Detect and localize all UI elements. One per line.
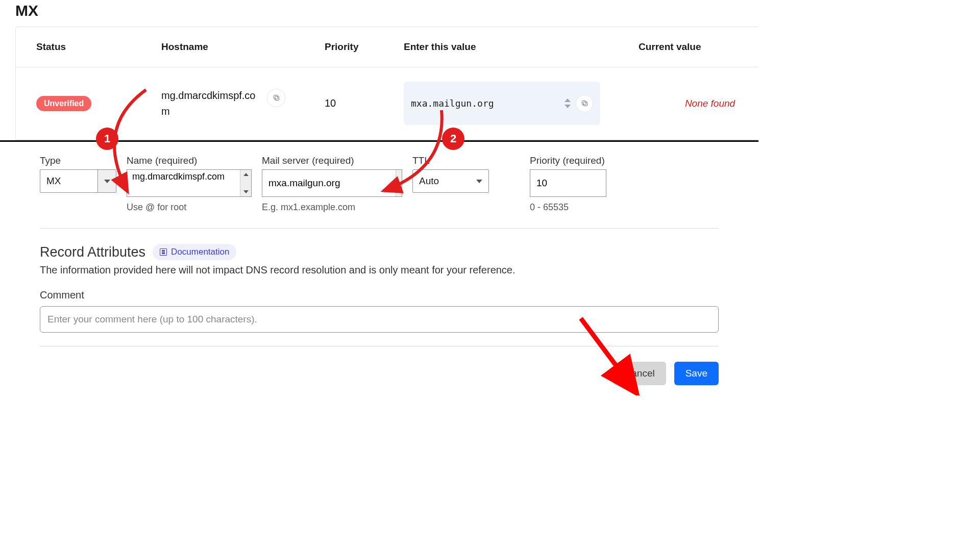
col-current-value: Current value xyxy=(639,41,758,53)
hostname-cell: mg.dmarcdkimspf.com xyxy=(161,88,325,119)
col-enter-value: Enter this value xyxy=(404,41,639,53)
copy-value-button[interactable] xyxy=(576,95,593,112)
copy-icon xyxy=(581,99,589,107)
dropdown-arrow-icon xyxy=(470,170,488,192)
save-button[interactable]: Save xyxy=(674,362,719,385)
svg-rect-2 xyxy=(583,102,587,106)
copy-icon xyxy=(273,94,280,102)
value-stepper[interactable] xyxy=(565,98,571,108)
name-label: Name (required) xyxy=(127,155,252,166)
mail-server-input-wrapper xyxy=(262,169,402,197)
ttl-label: TTL xyxy=(412,155,489,166)
name-field: Name (required) Use @ for root xyxy=(127,155,252,213)
button-row: Cancel Save xyxy=(40,346,719,395)
priority-label: Priority (required) xyxy=(530,155,606,166)
status-badge: Unverified xyxy=(36,96,91,111)
annotation-badge-1: 1 xyxy=(96,128,118,150)
chevron-down-icon xyxy=(565,105,571,108)
name-input[interactable] xyxy=(127,170,240,196)
priority-input[interactable] xyxy=(530,169,606,197)
chevron-down-icon xyxy=(397,189,402,192)
documentation-link[interactable]: Documentation xyxy=(153,244,236,260)
copy-hostname-button[interactable] xyxy=(267,89,285,107)
enter-value-text: mxa.mailgun.org xyxy=(411,98,494,109)
col-status: Status xyxy=(36,41,161,53)
record-attributes-desc: The information provided here will not i… xyxy=(40,264,719,276)
type-field: Type MX xyxy=(40,155,116,193)
ttl-select[interactable]: Auto xyxy=(412,169,489,193)
table-header-row: Status Hostname Priority Enter this valu… xyxy=(16,27,758,67)
svg-rect-3 xyxy=(582,101,586,105)
mail-server-input[interactable] xyxy=(262,170,396,196)
page-title: MX xyxy=(0,2,758,27)
col-priority: Priority xyxy=(325,41,404,53)
svg-rect-1 xyxy=(274,95,278,99)
cancel-button[interactable]: Cancel xyxy=(614,362,666,385)
enter-value-box: mxa.mailgun.org xyxy=(404,82,600,125)
mail-server-helper: E.g. mx1.example.com xyxy=(262,202,402,213)
ttl-select-value: Auto xyxy=(413,170,470,192)
current-value-text: None found xyxy=(639,98,758,109)
record-attributes-section: Record Attributes Documentation The info… xyxy=(40,228,719,333)
mail-server-stepper[interactable] xyxy=(396,170,402,196)
mail-server-label: Mail server (required) xyxy=(262,155,402,166)
name-helper: Use @ for root xyxy=(127,202,252,213)
priority-helper: 0 - 65535 xyxy=(530,202,606,213)
mx-records-table: Status Hostname Priority Enter this valu… xyxy=(15,27,758,140)
mail-server-field: Mail server (required) E.g. mx1.example.… xyxy=(262,155,402,213)
table-row: Unverified mg.dmarcdkimspf.com 10 mxa.ma… xyxy=(16,67,758,140)
record-form: Type MX Name (required) Use @ for root M… xyxy=(0,142,758,213)
type-label: Type xyxy=(40,155,116,166)
priority-text: 10 xyxy=(325,97,404,109)
type-select[interactable]: MX xyxy=(40,169,116,193)
chevron-up-icon xyxy=(243,173,249,176)
type-select-value: MX xyxy=(40,170,97,192)
col-hostname: Hostname xyxy=(161,41,325,53)
ttl-field: TTL Auto xyxy=(412,155,489,193)
record-attributes-title: Record Attributes xyxy=(40,244,145,260)
name-input-wrapper xyxy=(127,169,252,197)
comment-input[interactable] xyxy=(40,306,719,333)
dropdown-arrow-icon xyxy=(97,170,116,192)
comment-label: Comment xyxy=(40,289,719,301)
documentation-label: Documentation xyxy=(171,247,229,257)
priority-field: Priority (required) 0 - 65535 xyxy=(530,155,606,213)
hostname-text: mg.dmarcdkimspf.com xyxy=(161,88,261,119)
documentation-icon xyxy=(160,248,167,256)
name-stepper[interactable] xyxy=(240,170,251,196)
annotation-badge-2: 2 xyxy=(442,128,464,150)
svg-rect-0 xyxy=(275,96,279,101)
chevron-up-icon xyxy=(565,98,571,102)
chevron-down-icon xyxy=(243,190,249,193)
